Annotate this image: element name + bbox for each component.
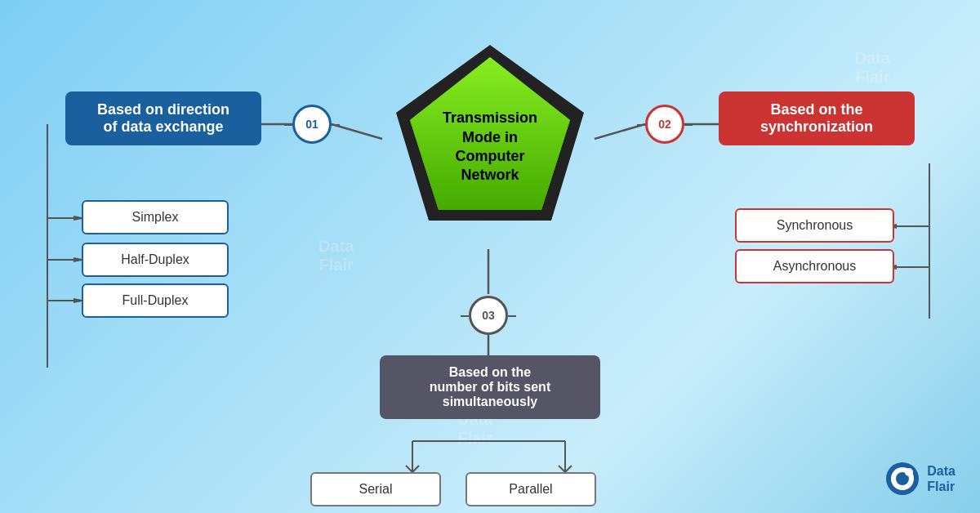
svg-line-33: [559, 466, 565, 472]
svg-line-30: [406, 466, 412, 472]
badge-02: 02: [645, 105, 684, 144]
right-category-label: Based on the synchronization: [760, 101, 873, 135]
logo: Data Flair: [884, 461, 956, 497]
dash-right-03: [508, 315, 516, 317]
left-category-box: Based on direction of data exchange: [65, 91, 261, 145]
dash-right-01: [332, 124, 340, 126]
svg-point-41: [905, 468, 913, 476]
bottom-item-serial: Serial: [310, 472, 441, 506]
left-item-simplex: Simplex: [82, 200, 229, 234]
dash-left-01: [284, 124, 292, 126]
watermark-center: DataFlair: [318, 237, 354, 274]
svg-line-12: [74, 299, 82, 301]
badge-03: 03: [469, 296, 508, 335]
svg-line-7: [74, 218, 82, 220]
bottom-item-parallel: Parallel: [466, 472, 596, 506]
bottom-category-label: Based on the number of bits sent simulta…: [430, 365, 550, 408]
right-item-synchronous: Synchronous: [735, 208, 894, 243]
svg-line-2: [595, 124, 645, 139]
svg-line-6: [74, 216, 82, 218]
dash-left-03: [461, 315, 469, 317]
bottom-category-box: Based on the number of bits sent simulta…: [380, 355, 600, 419]
watermark-top-right: DataFlair: [855, 49, 890, 87]
svg-line-31: [412, 466, 419, 472]
svg-line-13: [74, 301, 82, 302]
dash-right-02: [684, 124, 693, 126]
pentagon-label: Transmission Mode in Computer Network: [443, 109, 537, 185]
left-category-label: Based on direction of data exchange: [97, 101, 229, 135]
logo-text: Data Flair: [927, 463, 956, 494]
dash-left-02: [637, 124, 645, 126]
svg-line-34: [565, 466, 572, 472]
svg-line-10: [74, 260, 82, 261]
left-item-fullduplex: Full-Duplex: [82, 283, 229, 318]
logo-icon: [884, 461, 920, 497]
badge-01: 01: [292, 105, 332, 144]
svg-line-1: [332, 124, 382, 139]
pentagon-container: Transmission Mode in Computer Network: [392, 41, 588, 229]
svg-line-9: [74, 258, 82, 260]
left-item-halfduplex: Half-Duplex: [82, 243, 229, 277]
right-item-asynchronous: Asynchronous: [735, 249, 894, 283]
right-category-box: Based on the synchronization: [719, 91, 915, 145]
